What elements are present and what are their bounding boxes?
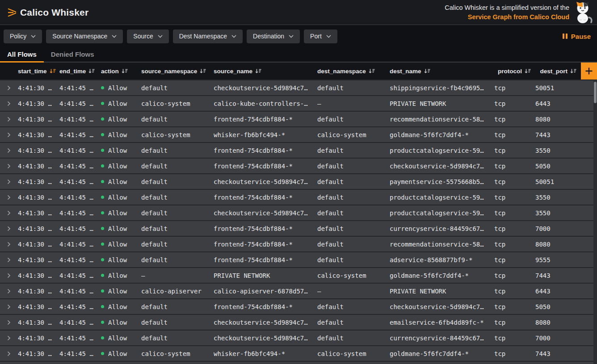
- flow-row[interactable]: 4:41:30 …4:41:45 …Allowdefaultfrontend-7…: [0, 158, 597, 173]
- column-header-dest-port[interactable]: dest_port: [535, 68, 581, 75]
- cell-end-time: 4:41:45 …: [59, 131, 101, 138]
- cell-source-name: frontend-754cdbf884-*: [214, 116, 317, 123]
- flow-row[interactable]: 4:41:30 …4:41:45 …Allowdefaultcheckoutse…: [0, 79, 597, 95]
- expand-chevron-icon[interactable]: [0, 335, 18, 341]
- cell-action: Allow: [101, 272, 141, 279]
- filter-source-button[interactable]: Source: [127, 29, 168, 43]
- column-header-dest-namespace[interactable]: dest_namespace: [317, 68, 390, 75]
- cell-dest-namespace: default: [317, 303, 390, 310]
- flow-row[interactable]: 4:41:30 …4:41:45 …Allowcalico-systemcali…: [0, 95, 597, 111]
- scrollbar-thumb[interactable]: [594, 82, 597, 103]
- sort-icon: [200, 68, 206, 74]
- cell-dest-name: recommendationservice-58…: [390, 116, 494, 123]
- flow-row[interactable]: 4:41:30 …4:41:45 …Allow–PRIVATE NETWORKc…: [0, 267, 597, 283]
- expand-chevron-icon[interactable]: [0, 226, 18, 231]
- flow-row[interactable]: 4:41:30 …4:41:45 …Allowdefaultfrontend-7…: [0, 111, 597, 126]
- cell-dest-port: 6443: [535, 288, 597, 295]
- column-header-end-time[interactable]: end_time: [59, 68, 101, 75]
- cell-dest-namespace: –: [317, 288, 390, 295]
- cell-action: Allow: [101, 319, 141, 326]
- expand-chevron-icon[interactable]: [0, 163, 18, 169]
- cell-source-name: frontend-754cdbf884-*: [214, 225, 317, 232]
- flow-row[interactable]: 4:41:30 …4:41:45 …Allowdefaultfrontend-7…: [0, 251, 597, 267]
- flow-row[interactable]: 4:41:30 …4:41:45 …Allowdefaultcheckoutse…: [0, 205, 597, 220]
- app-header: Calico Whisker Calico Whisker is a simpl…: [0, 0, 597, 25]
- expand-chevron-icon[interactable]: [0, 117, 18, 122]
- chevron-down-icon: [158, 35, 163, 38]
- flow-row[interactable]: 4:41:30 …4:41:45 …Allowcalico-systemwhis…: [0, 345, 597, 361]
- column-header-start-time[interactable]: start_time: [18, 68, 59, 75]
- filter-policy-button[interactable]: Policy: [4, 29, 42, 43]
- cell-dest-name: paymentservice-5575668b5…: [390, 178, 494, 185]
- flow-row[interactable]: 4:41:30 …4:41:45 …Allowcalico-systemwhis…: [0, 126, 597, 142]
- flow-row-partial[interactable]: [0, 361, 597, 364]
- cell-dest-port: 9555: [535, 256, 597, 264]
- sort-icon: [122, 68, 128, 74]
- cell-protocol: tcp: [494, 147, 535, 154]
- flow-row[interactable]: 4:41:30 …4:41:45 …Allowdefaultfrontend-7…: [0, 220, 597, 236]
- expand-chevron-icon[interactable]: [0, 257, 18, 263]
- cell-protocol: tcp: [494, 241, 535, 248]
- app-logo[interactable]: Calico Whisker: [7, 7, 88, 18]
- flow-row[interactable]: 4:41:30 …4:41:45 …Allowdefaultcheckoutse…: [0, 173, 597, 189]
- cell-dest-port: 7443: [535, 272, 597, 279]
- expand-chevron-icon[interactable]: [0, 320, 18, 325]
- expand-chevron-icon[interactable]: [0, 195, 18, 200]
- filter-port-button[interactable]: Port: [304, 29, 337, 43]
- cell-dest-port: 7443: [535, 350, 597, 357]
- cell-dest-name: currencyservice-84459c67…: [390, 335, 494, 342]
- flow-row[interactable]: 4:41:30 …4:41:45 …Allowdefaultcheckoutse…: [0, 314, 597, 330]
- tab-all-flows[interactable]: All Flows: [0, 47, 44, 63]
- cell-source-namespace: default: [141, 84, 214, 92]
- expand-chevron-icon[interactable]: [0, 242, 18, 247]
- column-header-source-name[interactable]: source_name: [214, 68, 317, 75]
- filter-source-namespace-button[interactable]: Source Namespace: [46, 29, 123, 43]
- scrollbar-track[interactable]: [593, 79, 597, 364]
- column-header-source-namespace[interactable]: source_namespace: [141, 68, 214, 75]
- cell-dest-namespace: default: [317, 194, 390, 201]
- allow-status-dot: [101, 196, 104, 199]
- flow-row[interactable]: 4:41:30 …4:41:45 …Allowdefaultfrontend-7…: [0, 236, 597, 251]
- cell-end-time: 4:41:45 …: [59, 147, 101, 154]
- flow-row[interactable]: 4:41:30 …4:41:45 …Allowdefaultfrontend-7…: [0, 189, 597, 205]
- expand-chevron-icon[interactable]: [0, 101, 18, 106]
- cell-action: Allow: [101, 209, 141, 217]
- column-header-action[interactable]: action: [101, 68, 141, 75]
- flow-row[interactable]: 4:41:30 …4:41:45 …Allowdefaultcheckoutse…: [0, 330, 597, 345]
- expand-chevron-icon[interactable]: [0, 273, 18, 278]
- filter-label: Dest Namespace: [179, 33, 227, 40]
- filter-destination-button[interactable]: Destination: [247, 29, 300, 43]
- expand-chevron-icon[interactable]: [0, 210, 18, 216]
- column-header-dest-name[interactable]: dest_name: [390, 68, 494, 75]
- flow-row[interactable]: 4:41:30 …4:41:45 …Allowdefaultfrontend-7…: [0, 142, 597, 158]
- expand-chevron-icon[interactable]: [0, 351, 18, 356]
- flow-row[interactable]: 4:41:30 …4:41:45 …Allowdefaultfrontend-7…: [0, 298, 597, 314]
- cell-dest-port: 50051: [535, 84, 597, 92]
- expand-chevron-icon[interactable]: [0, 132, 18, 138]
- expand-chevron-icon[interactable]: [0, 148, 18, 153]
- expand-chevron-icon[interactable]: [0, 289, 18, 294]
- cell-action: Allow: [101, 100, 141, 107]
- tabs: All FlowsDenied Flows: [0, 47, 597, 63]
- allow-status-dot: [101, 352, 104, 355]
- chevron-down-icon: [112, 35, 117, 38]
- expand-chevron-icon[interactable]: [0, 304, 18, 310]
- column-header-protocol[interactable]: protocol: [494, 68, 535, 75]
- filter-dest-namespace-button[interactable]: Dest Namespace: [173, 29, 243, 43]
- add-column-button[interactable]: [581, 63, 597, 79]
- expand-chevron-icon[interactable]: [0, 179, 18, 184]
- pause-button[interactable]: Pause: [563, 33, 591, 40]
- flow-row[interactable]: 4:41:30 …4:41:45 …Allowcalico-apiserverc…: [0, 283, 597, 298]
- expand-chevron-icon[interactable]: [0, 85, 18, 91]
- cell-source-name: calico-kube-controllers-…: [214, 100, 317, 107]
- cell-dest-namespace: default: [317, 209, 390, 217]
- tab-denied-flows[interactable]: Denied Flows: [44, 47, 101, 63]
- calico-cat-mascot: [574, 1, 593, 24]
- column-label: dest_port: [540, 68, 568, 75]
- cell-start-time: 4:41:30 …: [18, 147, 59, 154]
- cell-action: Allow: [101, 288, 141, 295]
- filter-label: Policy: [10, 33, 26, 40]
- cell-start-time: 4:41:30 …: [18, 272, 59, 279]
- service-graph-link[interactable]: Service Graph from Calico Cloud: [468, 13, 569, 21]
- allow-status-dot: [101, 180, 104, 183]
